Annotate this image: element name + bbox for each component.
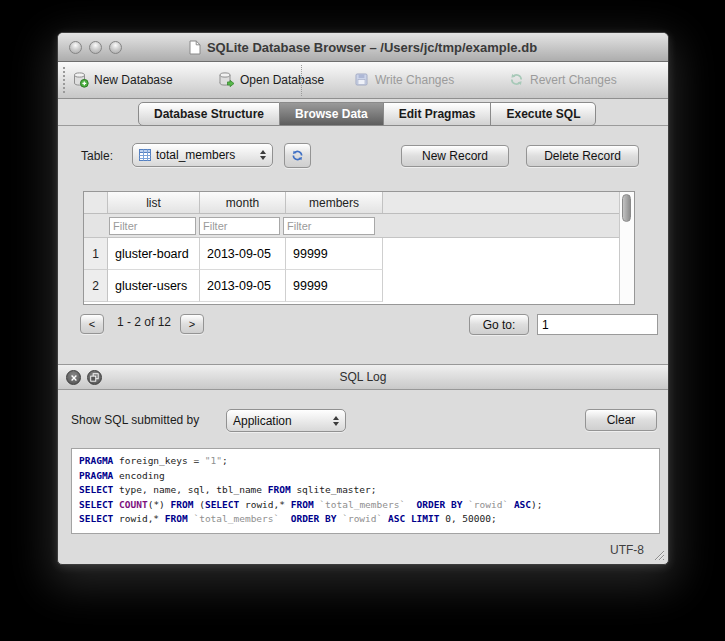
close-icon	[70, 374, 78, 382]
sql-source-select[interactable]: Application	[226, 409, 346, 432]
table-cell[interactable]: 99999	[286, 270, 383, 302]
minimize-window-button[interactable]	[89, 41, 102, 54]
toolbar-item-label: Open Database	[240, 73, 324, 87]
column-header-month[interactable]: month	[200, 192, 286, 213]
table-select[interactable]: total_members	[132, 143, 273, 167]
grid-header-row: list month members	[84, 192, 619, 214]
sql-log-line: SELECT rowid,* FROM `total_members` ORDE…	[79, 512, 652, 527]
toolbar-separator	[301, 65, 302, 96]
window-controls	[69, 41, 122, 54]
column-header-list[interactable]: list	[108, 192, 200, 213]
toolbar: New Database Open Database Write Changes	[58, 62, 668, 99]
revert-changes-button[interactable]: Revert Changes	[508, 71, 617, 88]
filter-input-list[interactable]	[109, 217, 196, 235]
toolbar-item-label: Revert Changes	[530, 73, 617, 87]
refresh-button[interactable]	[284, 143, 311, 168]
table-row[interactable]: 1gluster-board2013-09-0599999	[84, 238, 619, 270]
dock-buttons	[66, 370, 102, 385]
sql-log-line: PRAGMA foreign_keys = "1";	[79, 454, 652, 469]
grid-vertical-scrollbar[interactable]	[619, 192, 634, 304]
revert-changes-icon	[508, 71, 525, 88]
float-panel-button[interactable]	[87, 370, 102, 385]
resize-grip-icon[interactable]	[652, 548, 665, 561]
column-header-members[interactable]: members	[286, 192, 383, 213]
filter-input-month[interactable]	[199, 217, 280, 235]
write-changes-button[interactable]: Write Changes	[353, 71, 454, 88]
scrollbar-thumb[interactable]	[622, 194, 631, 222]
filter-input-members[interactable]	[283, 217, 375, 235]
table-cell[interactable]: gluster-users	[108, 270, 200, 302]
tab-browse-data[interactable]: Browse Data	[280, 102, 384, 126]
stepper-arrows-icon	[260, 150, 266, 160]
close-window-button[interactable]	[69, 41, 82, 54]
filter-corner-cell	[84, 214, 108, 237]
table-select-value: total_members	[156, 148, 235, 162]
encoding-label: UTF-8	[610, 543, 644, 557]
new-record-button[interactable]: New Record	[401, 145, 509, 167]
table-cell[interactable]: gluster-board	[108, 238, 200, 270]
row-number[interactable]: 2	[84, 270, 108, 302]
open-database-button[interactable]: Open Database	[218, 71, 324, 88]
clear-log-button[interactable]: Clear	[585, 409, 657, 431]
goto-record-input[interactable]	[537, 314, 658, 335]
float-icon	[90, 373, 99, 382]
sql-log-text[interactable]: PRAGMA foreign_keys = "1";PRAGMA encodin…	[71, 448, 660, 534]
sql-log-line: SELECT COUNT(*) FROM (SELECT rowid,* FRO…	[79, 498, 652, 513]
toolbar-item-label: Write Changes	[375, 73, 454, 87]
grid-filter-row	[84, 214, 619, 238]
stepper-arrows-icon	[333, 416, 339, 426]
toolbar-drag-handle[interactable]	[62, 66, 66, 95]
table-row[interactable]: 2gluster-users2013-09-0599999	[84, 270, 619, 302]
tab-bar: Database Structure Browse Data Edit Prag…	[138, 102, 596, 126]
prev-page-button[interactable]: <	[80, 314, 104, 334]
sql-log-line: SELECT type, name, sql, tbl_name FROM sq…	[79, 483, 652, 498]
window-title-group: SQLite Database Browser – /Users/jc/tmp/…	[189, 40, 537, 55]
document-icon	[189, 40, 201, 55]
refresh-icon	[290, 148, 305, 163]
close-panel-button[interactable]	[66, 370, 81, 385]
table-cell[interactable]: 2013-09-05	[200, 270, 286, 302]
row-number[interactable]: 1	[84, 238, 108, 270]
app-window: SQLite Database Browser – /Users/jc/tmp/…	[57, 32, 669, 565]
zoom-window-button[interactable]	[109, 41, 122, 54]
table-icon	[139, 149, 151, 161]
toolbar-item-label: New Database	[94, 73, 173, 87]
table-cell[interactable]: 2013-09-05	[200, 238, 286, 270]
title-bar[interactable]: SQLite Database Browser – /Users/jc/tmp/…	[58, 33, 668, 62]
table-label: Table:	[81, 149, 113, 163]
window-title: SQLite Database Browser – /Users/jc/tmp/…	[207, 40, 537, 55]
tab-database-structure[interactable]: Database Structure	[138, 102, 280, 126]
table-cell[interactable]: 99999	[286, 238, 383, 270]
next-page-button[interactable]: >	[180, 314, 204, 334]
new-database-button[interactable]: New Database	[72, 71, 173, 88]
record-range-label: 1 - 2 of 12	[108, 315, 180, 329]
tab-execute-sql[interactable]: Execute SQL	[491, 102, 596, 126]
data-grid: list month members 1gluster-board2013-09…	[83, 191, 635, 305]
grid-corner-cell	[84, 192, 108, 213]
sql-source-value: Application	[233, 414, 292, 428]
new-database-icon	[72, 71, 89, 88]
grid-rows: 1gluster-board2013-09-05999992gluster-us…	[84, 238, 619, 302]
sql-log-title: SQL Log	[340, 370, 387, 384]
write-changes-icon	[353, 71, 370, 88]
open-database-icon	[218, 71, 235, 88]
sql-log-line: PRAGMA encoding	[79, 469, 652, 484]
tab-edit-pragmas[interactable]: Edit Pragmas	[384, 102, 492, 126]
delete-record-button[interactable]: Delete Record	[526, 145, 639, 167]
sql-log-header: SQL Log	[58, 364, 668, 390]
goto-button[interactable]: Go to:	[469, 314, 529, 335]
show-sql-label: Show SQL submitted by	[71, 413, 199, 427]
grid-header-filler	[383, 192, 619, 213]
